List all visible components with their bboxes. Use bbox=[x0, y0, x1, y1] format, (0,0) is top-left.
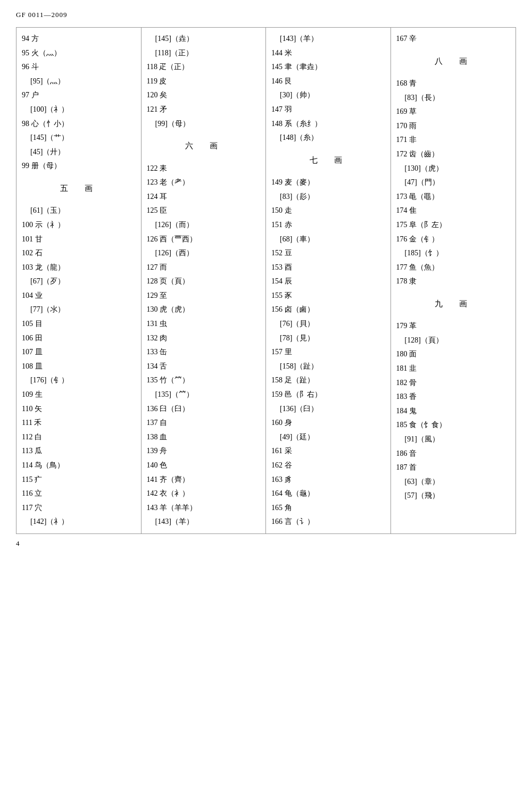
entry bbox=[147, 155, 261, 161]
entry: 168 青 bbox=[396, 77, 511, 91]
entry: [100]（礻） bbox=[22, 103, 136, 117]
entry: 174 隹 bbox=[396, 204, 511, 218]
entry: [118]（正） bbox=[147, 46, 261, 61]
entry: 154 辰 bbox=[271, 274, 385, 289]
entry: 129 至 bbox=[147, 289, 261, 303]
column-1: 94 方95 火（灬）96 斗[95]（灬）97 户[100]（礻）98 心（忄… bbox=[16, 28, 142, 533]
entry: 104 业 bbox=[22, 289, 136, 303]
entry: 161 采 bbox=[271, 444, 385, 458]
entry: 八 画 bbox=[396, 56, 511, 66]
entry: 134 舌 bbox=[147, 360, 261, 374]
entry: 172 齿（齒） bbox=[396, 147, 511, 162]
entry: 100 示（礻） bbox=[22, 218, 136, 232]
entry: [128]（頁） bbox=[396, 333, 511, 348]
entry: 127 而 bbox=[147, 261, 261, 275]
entry: [142]（礻） bbox=[22, 515, 136, 529]
entry: 96 斗 bbox=[22, 60, 136, 74]
entry: 六 画 bbox=[147, 141, 261, 151]
entry: 113 瓜 bbox=[22, 444, 136, 458]
entry: 97 户 bbox=[22, 88, 136, 103]
entry: 126 西（覀西） bbox=[147, 232, 261, 247]
entry: 103 龙（龍） bbox=[22, 261, 136, 275]
entry bbox=[22, 198, 136, 204]
entry: 142 衣（衤） bbox=[147, 487, 261, 501]
entry: 160 身 bbox=[271, 416, 385, 430]
entry: 157 里 bbox=[271, 345, 385, 360]
entry bbox=[271, 145, 385, 151]
entry: 118 疋（正） bbox=[147, 60, 261, 74]
entry: [78]（見） bbox=[271, 331, 385, 346]
entry: [176]（钅） bbox=[22, 373, 136, 388]
entry: 108 皿 bbox=[22, 360, 136, 374]
entry: 101 甘 bbox=[22, 232, 136, 247]
column-3: [143]（羊）144 米145 聿（聿垚）146 艮[30]（帅）147 羽1… bbox=[266, 28, 391, 533]
entry: [158]（趾） bbox=[271, 360, 385, 374]
column-4: 167 辛 八 画 168 青[83]（長）169 草170 雨171 非172… bbox=[391, 28, 516, 533]
entry: [126]（西） bbox=[147, 246, 261, 261]
entry: [68]（車） bbox=[271, 232, 385, 247]
entry: 123 老（耂） bbox=[147, 176, 261, 190]
entry bbox=[396, 289, 511, 295]
entry: 125 臣 bbox=[147, 204, 261, 218]
entry: [145]（垚） bbox=[147, 32, 261, 46]
entry: 110 矢 bbox=[22, 402, 136, 416]
entry: 181 韭 bbox=[396, 362, 511, 376]
entry: 99 册（母） bbox=[22, 159, 136, 173]
entry: 131 虫 bbox=[147, 317, 261, 331]
entry: 115 疒 bbox=[22, 473, 136, 487]
entry: [67]（歹） bbox=[22, 274, 136, 289]
entry: 153 酉 bbox=[271, 261, 385, 275]
entry: 187 首 bbox=[396, 461, 511, 475]
entry bbox=[396, 503, 511, 509]
entry: 149 麦（麥） bbox=[271, 176, 385, 190]
entry bbox=[396, 71, 511, 77]
entry: 121 矛 bbox=[147, 103, 261, 117]
entry: 185 食（饣食） bbox=[396, 418, 511, 432]
entry: [30]（帅） bbox=[271, 88, 385, 103]
entry bbox=[396, 509, 511, 515]
entry: [91]（風） bbox=[396, 432, 511, 447]
entry: 144 米 bbox=[271, 46, 385, 61]
entry: 98 心（忄小） bbox=[22, 117, 136, 131]
main-grid: 94 方95 火（灬）96 斗[95]（灬）97 户[100]（礻）98 心（忄… bbox=[16, 27, 516, 534]
entry: 120 矣 bbox=[147, 88, 261, 103]
entry: [145]（艹） bbox=[22, 131, 136, 145]
entry bbox=[271, 170, 385, 176]
entry: 119 皮 bbox=[147, 74, 261, 89]
entry: [143]（羊） bbox=[271, 32, 385, 46]
entry: [136]（臼） bbox=[271, 402, 385, 416]
entry: 171 非 bbox=[396, 133, 511, 147]
entry: 158 足（趾） bbox=[271, 373, 385, 388]
entry: 112 白 bbox=[22, 430, 136, 445]
entry: 155 豕 bbox=[271, 289, 385, 303]
entry: 162 谷 bbox=[271, 458, 385, 473]
entry: [99]（母） bbox=[147, 117, 261, 131]
entry: 151 赤 bbox=[271, 218, 385, 232]
entry: [83]（長） bbox=[396, 91, 511, 105]
entry: [45]（廾） bbox=[22, 145, 136, 160]
entry: 114 鸟（鳥） bbox=[22, 458, 136, 473]
entry: [148]（糸） bbox=[271, 131, 385, 145]
entry: 124 耳 bbox=[147, 190, 261, 204]
entry: 177 鱼（魚） bbox=[396, 261, 511, 275]
entry: 175 阜（阝左） bbox=[396, 218, 511, 232]
entry: 140 色 bbox=[147, 458, 261, 473]
entry: 111 禾 bbox=[22, 416, 136, 430]
entry: 128 页（頁） bbox=[147, 274, 261, 289]
entry: 145 聿（聿垚） bbox=[271, 60, 385, 74]
entry: 132 肉 bbox=[147, 331, 261, 346]
column-2: [145]（垚）[118]（正）118 疋（正）119 皮120 矣121 矛[… bbox=[142, 28, 267, 533]
entry: 107 皿 bbox=[22, 345, 136, 360]
entry: [77]（氺） bbox=[22, 303, 136, 317]
entry: 106 田 bbox=[22, 331, 136, 346]
entry: 147 羽 bbox=[271, 103, 385, 117]
entry: 102 石 bbox=[22, 246, 136, 261]
entry: 105 目 bbox=[22, 317, 136, 331]
entry: 165 角 bbox=[271, 501, 385, 515]
entry: [143]（羊） bbox=[147, 515, 261, 529]
entry: 159 邑（阝右） bbox=[271, 388, 385, 402]
entry: 135 竹（⺮） bbox=[147, 373, 261, 388]
entry: 117 穴 bbox=[22, 501, 136, 515]
entry: [61]（玉） bbox=[22, 204, 136, 218]
entry: 109 生 bbox=[22, 388, 136, 402]
